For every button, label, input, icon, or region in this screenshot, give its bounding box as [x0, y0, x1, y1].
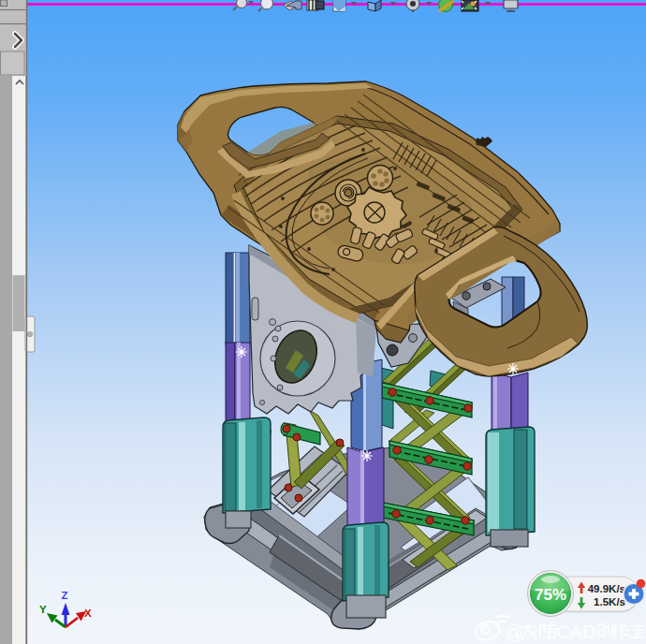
svg-text:CAD: CAD: [556, 622, 595, 642]
svg-text:@: @: [505, 622, 523, 642]
svg-text:49.9K/s: 49.9K/s: [588, 583, 625, 594]
svg-text:Z: Z: [62, 590, 68, 601]
svg-text:X: X: [84, 607, 92, 619]
svg-text:75%: 75%: [535, 586, 566, 604]
svg-text:1.5K/s: 1.5K/s: [594, 596, 625, 607]
svg-text:Y: Y: [39, 604, 47, 615]
